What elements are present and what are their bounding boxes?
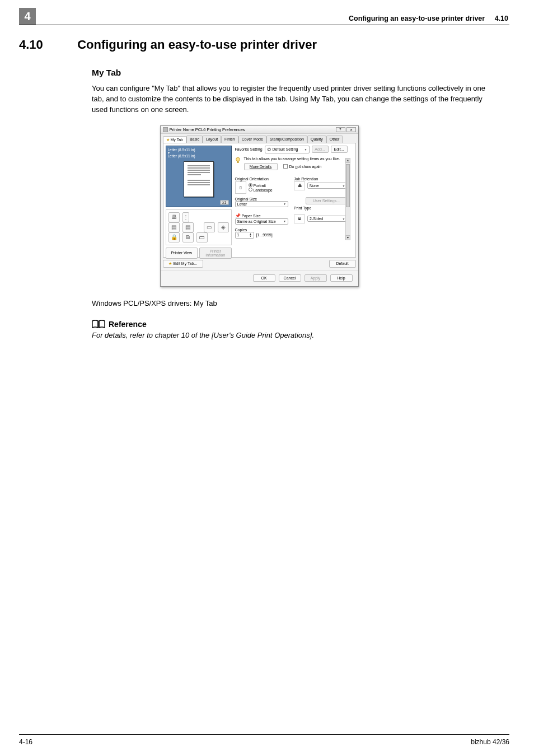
copies-spinner[interactable]: 1 ▲ ▼ xyxy=(235,232,254,239)
tab-layout[interactable]: Layout xyxy=(203,136,221,143)
landscape-radio[interactable] xyxy=(249,188,252,192)
more-details-button[interactable]: More Details xyxy=(244,163,278,170)
zoom-badge: x1 xyxy=(220,200,228,205)
tab-finish[interactable]: Finish xyxy=(221,136,238,143)
stack-icon: ◈ xyxy=(218,222,229,232)
dont-show-checkbox[interactable] xyxy=(283,164,288,169)
close-button[interactable]: ✕ xyxy=(346,127,356,132)
hint-text: This tab allows you to arrange setting i… xyxy=(244,157,348,161)
dialog-title: Printer Name PCL6 Printing Preferences xyxy=(170,127,245,132)
tray-icon: ▤ xyxy=(168,222,180,232)
body-paragraph: You can configure "My Tab" that allows y… xyxy=(92,83,499,115)
section-number: 4.10 xyxy=(19,38,74,52)
scroll-thumb[interactable] xyxy=(346,164,350,207)
printer-info-button[interactable]: Printer Information xyxy=(199,248,232,259)
portrait-icon: ▯ xyxy=(235,181,246,194)
lightbulb-icon xyxy=(235,157,241,165)
section-heading: 4.10 Configuring an easy-to-use printer … xyxy=(19,38,499,52)
tab-cover-mode[interactable]: Cover Mode xyxy=(238,136,266,143)
dialog-titlebar: Printer Name PCL6 Printing Preferences ?… xyxy=(161,126,358,134)
scrollbar[interactable]: ▴ ▾ xyxy=(345,158,350,240)
spin-down-icon[interactable]: ▼ xyxy=(250,235,252,237)
printer-icon: 🖶 xyxy=(168,212,180,222)
chevron-down-icon: ▼ xyxy=(283,220,286,223)
page-preview: Letter (8.5x11 in) ▾ Letter (8.5x11 in) … xyxy=(166,146,232,207)
product-name: bizhub 42/36 xyxy=(471,738,509,746)
chevron-down-icon: ▼ xyxy=(283,202,286,206)
two-sided-icon: 🗎 xyxy=(294,214,305,223)
scroll-down-icon[interactable]: ▾ xyxy=(345,235,350,240)
paper-size-combo[interactable]: Same as Original Size▼ xyxy=(235,218,289,225)
original-size-label: Original Size xyxy=(235,197,289,201)
page-footer: 4-16 bizhub 42/36 xyxy=(19,734,509,746)
tab-basic[interactable]: Basic xyxy=(186,136,203,143)
scroll-up-icon[interactable]: ▴ xyxy=(345,158,350,163)
id-icon: 🗎 xyxy=(182,232,194,242)
reference-text: For details, refer to chapter 10 of the … xyxy=(92,331,499,339)
reference-heading: Reference xyxy=(92,320,499,329)
tab-strip: ★My Tab Basic Layout Finish Cover Mode S… xyxy=(161,134,358,143)
tab-quality[interactable]: Quality xyxy=(307,136,326,143)
queue-icon: 🗃 xyxy=(196,232,208,242)
copies-range: [1...9999] xyxy=(256,233,273,237)
tray-icon-2: ▤ xyxy=(182,222,194,232)
page-thumbnail xyxy=(184,161,214,197)
device-preview: 🖶 ⋮ ▤ ▤ ▭ ◈ 🔒 🗎 🗃 xyxy=(166,209,232,245)
print-type-label: Print Type xyxy=(294,206,348,210)
svg-point-0 xyxy=(236,157,240,161)
pin-icon: 📌 xyxy=(235,213,241,218)
print-type-combo[interactable]: 2-Sided▼ xyxy=(307,216,348,222)
chevron-down-icon: ▼ xyxy=(305,148,307,151)
book-icon xyxy=(92,320,105,329)
edit-my-tab-button[interactable]: ★ Edit My Tab... xyxy=(163,260,203,268)
tab-other[interactable]: Other xyxy=(326,136,343,143)
paper-size-label: Paper Size xyxy=(241,214,260,218)
cancel-button[interactable]: Cancel xyxy=(279,274,301,282)
app-icon xyxy=(163,127,168,132)
subsection-heading: My Tab xyxy=(92,68,499,78)
apply-button[interactable]: Apply xyxy=(305,274,327,282)
help-button-bottom[interactable]: Help xyxy=(330,274,353,282)
running-head: Configuring an easy-to-use printer drive… xyxy=(19,11,509,22)
job-retention-combo[interactable]: None▼ xyxy=(307,183,348,189)
page-header: 4 Configuring an easy-to-use printer dri… xyxy=(19,11,509,25)
reference-label: Reference xyxy=(109,320,147,329)
preview-size-bottom: Letter (8.5x11 in) xyxy=(168,154,229,158)
star-icon: ★ xyxy=(168,262,172,266)
chapter-tag: 4 xyxy=(19,8,36,25)
user-settings-button[interactable]: User Settings... xyxy=(306,197,348,204)
section-title: Configuring an easy-to-use printer drive… xyxy=(77,38,317,52)
lock-icon: 🔒 xyxy=(168,232,180,242)
printer-view-button[interactable]: Printer View xyxy=(166,248,198,259)
svg-rect-1 xyxy=(237,161,238,163)
output-icon: ▭ xyxy=(204,222,215,232)
original-size-combo[interactable]: Letter▼ xyxy=(235,201,289,207)
retention-icon: 🖶 xyxy=(294,181,305,190)
gear-icon: ✿ xyxy=(267,147,271,152)
orientation-label: Original Orientation xyxy=(235,177,289,181)
tab-stamp[interactable]: Stamp/Composition xyxy=(266,136,307,143)
job-retention-label: Job Retention xyxy=(294,177,348,181)
default-button[interactable]: Default xyxy=(329,260,356,268)
edit-button[interactable]: Edit... xyxy=(331,146,348,153)
page-number: 4-16 xyxy=(19,738,32,746)
star-icon: ★ xyxy=(166,138,170,142)
ok-button[interactable]: OK xyxy=(253,274,275,282)
option-icon: ⋮ xyxy=(182,212,189,222)
running-head-section: 4.10 xyxy=(495,15,508,22)
favorite-setting-label: Favorite Setting xyxy=(235,147,263,151)
portrait-radio[interactable] xyxy=(249,183,252,187)
favorite-setting-combo[interactable]: ✿Default Setting ▼ xyxy=(265,146,310,153)
screenshot: Printer Name PCL6 Printing Preferences ?… xyxy=(160,125,359,287)
figure-caption: Windows PCL/PS/XPS drivers: My Tab xyxy=(92,299,499,307)
running-head-title: Configuring an easy-to-use printer drive… xyxy=(349,15,485,22)
help-button[interactable]: ? xyxy=(336,127,345,132)
copies-label: Copies xyxy=(235,228,289,232)
add-button[interactable]: Add... xyxy=(312,146,329,153)
preview-size-top: Letter (8.5x11 in) xyxy=(168,148,229,152)
dont-show-label: Do not show again xyxy=(289,165,322,169)
